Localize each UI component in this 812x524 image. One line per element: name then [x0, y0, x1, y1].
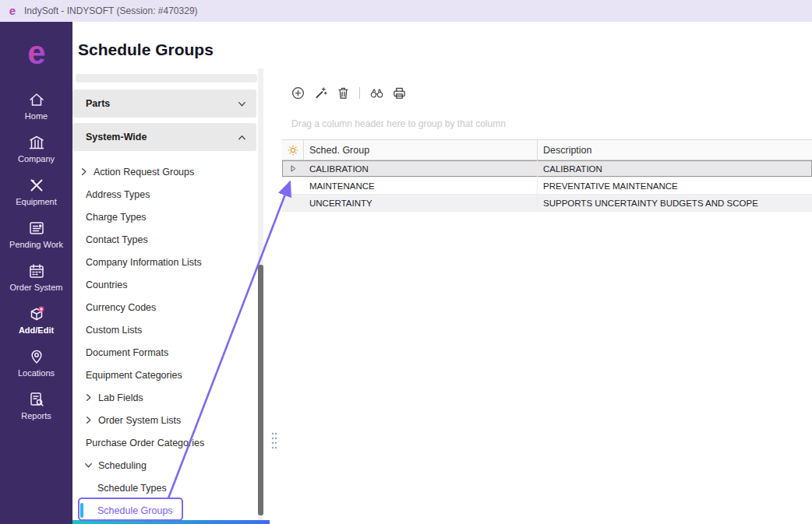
pending-work-icon — [28, 220, 45, 237]
page-title: Schedule Groups — [78, 40, 214, 59]
sidebar-item-pending-work[interactable]: Pending Work — [0, 213, 72, 255]
column-chooser-cell[interactable] — [282, 140, 304, 160]
nav-item-scheduling[interactable]: Scheduling — [72, 454, 256, 477]
sidebar-item-add-edit[interactable]: Add/Edit — [0, 298, 72, 341]
nav-item-purchase-order-categories[interactable]: Purchase Order Categories — [72, 431, 256, 454]
indysoft-logo: e — [0, 22, 72, 84]
cell-description: PREVENTATIVE MAINTENANCE — [538, 178, 812, 194]
nav-item-label: Schedule Groups — [97, 505, 173, 516]
table-row[interactable]: CALIBRATION CALIBRATION — [282, 160, 812, 178]
sidebar-item-reports[interactable]: Reports — [0, 384, 72, 427]
panel-splitter-handle[interactable] — [269, 430, 279, 450]
sidebar-item-label: Order System — [10, 283, 63, 292]
nav-section-label: Parts — [86, 98, 110, 109]
cell-sched-group: CALIBRATION — [304, 160, 538, 177]
sidebar-item-home[interactable]: Home — [0, 84, 72, 127]
column-header-sched-group[interactable]: Sched. Group — [304, 140, 538, 160]
nav-item-label: Schedule Types — [97, 483, 167, 494]
nav-item-action-request-groups[interactable]: Action Request Groups — [72, 160, 256, 183]
nav-item-custom-lists[interactable]: Custom Lists — [72, 318, 256, 341]
column-chooser-sun-icon — [288, 145, 298, 156]
nav-item-schedule-groups[interactable]: Schedule Groups — [72, 499, 256, 522]
nav-item-order-system-lists[interactable]: Order System Lists — [72, 409, 256, 431]
nav-scrollbar-thumb[interactable] — [258, 265, 263, 515]
svg-text:e: e — [27, 35, 45, 71]
nav-item-label: Equipment Categories — [86, 370, 182, 381]
grid-toolbar — [290, 85, 407, 100]
nav-item-lab-fields[interactable]: Lab Fields — [72, 386, 256, 409]
nav-item-label: Currency Codes — [86, 302, 156, 313]
nav-item-schedule-types[interactable]: Schedule Types — [72, 477, 256, 499]
sidebar-item-company[interactable]: Company — [0, 127, 72, 170]
window-titlebar: e IndySoft - INDYSOFT (Session: #470329) — [0, 0, 812, 22]
sidebar-item-label: Pending Work — [9, 241, 63, 249]
order-system-icon — [28, 262, 45, 280]
company-icon — [28, 134, 45, 151]
nav-section-system-wide[interactable]: System-Wide — [72, 123, 256, 151]
chevron-right-icon — [83, 415, 94, 425]
sidebar-item-label: Company — [18, 155, 55, 164]
chevron-down-icon — [83, 460, 94, 470]
cell-description: CALIBRATION — [538, 160, 812, 177]
nav-item-label: Custom Lists — [86, 325, 142, 336]
nav-item-label: Scheduling — [98, 460, 147, 471]
print-icon[interactable] — [391, 85, 407, 100]
nav-item-address-types[interactable]: Address Types — [72, 183, 256, 206]
chevron-right-icon — [79, 167, 89, 177]
nav-item-equipment-categories[interactable]: Equipment Categories — [72, 364, 256, 386]
window-title: IndySoft - INDYSOFT (Session: #470329) — [24, 5, 198, 16]
panel-bottom-accent — [72, 520, 270, 524]
cell-sched-group: MAINTENANCE — [304, 178, 538, 194]
svg-text:e: e — [9, 5, 16, 17]
nav-item-label: Contact Types — [86, 234, 148, 245]
settings-nav-panel: Parts System-Wide Action Request Groups … — [72, 69, 270, 524]
chevron-right-icon — [83, 392, 94, 403]
table-row[interactable]: MAINTENANCE PREVENTATIVE MAINTENANCE — [282, 178, 812, 195]
nav-item-countries[interactable]: Countries — [72, 273, 256, 296]
row-expander-cell[interactable] — [282, 178, 304, 194]
chevron-up-icon — [237, 132, 247, 142]
schedule-groups-grid: Sched. Group Description CALIBRATION CAL… — [282, 139, 812, 212]
equipment-icon — [28, 177, 45, 194]
add-record-icon[interactable] — [290, 85, 305, 100]
grid-header-row: Sched. Group Description — [282, 139, 812, 160]
add-edit-icon — [28, 305, 45, 322]
sidebar-item-label: Locations — [18, 369, 55, 378]
nav-item-company-information-lists[interactable]: Company Information Lists — [72, 251, 256, 273]
modify-record-icon[interactable] — [312, 85, 328, 100]
row-expander-cell[interactable] — [282, 195, 304, 211]
find-icon[interactable] — [369, 85, 384, 100]
home-icon — [28, 91, 45, 108]
sidebar-item-label: Home — [25, 112, 48, 121]
nav-item-label: Purchase Order Categories — [86, 438, 204, 448]
nav-item-label: Lab Fields — [98, 392, 143, 403]
nav-section-parts[interactable]: Parts — [72, 90, 256, 118]
nav-item-label: Company Information Lists — [86, 257, 202, 268]
table-row[interactable]: UNCERTAINTY SUPPORTS UNCERTAINTY BUDGETS… — [282, 195, 812, 212]
sidebar-item-order-system[interactable]: Order System — [0, 255, 72, 298]
sidebar-item-locations[interactable]: Locations — [0, 341, 72, 384]
sidebar-item-label: Equipment — [16, 198, 57, 206]
nav-item-label: Countries — [86, 280, 128, 290]
nav-items-list: Action Request Groups Address Types Char… — [72, 160, 256, 522]
nav-item-currency-codes[interactable]: Currency Codes — [72, 296, 256, 318]
locations-icon — [28, 348, 45, 365]
row-expander-cell[interactable] — [282, 160, 304, 177]
panel-top-partial-item — [76, 74, 257, 83]
nav-item-label: Address Types — [86, 189, 150, 200]
app-logo-icon: e — [6, 5, 19, 17]
row-expand-icon — [290, 164, 296, 173]
nav-item-charge-types[interactable]: Charge Types — [72, 206, 256, 228]
toolbar-separator — [359, 87, 360, 99]
chevron-down-icon — [237, 99, 247, 109]
nav-item-contact-types[interactable]: Contact Types — [72, 228, 256, 251]
sidebar-item-equipment[interactable]: Equipment — [0, 170, 72, 213]
nav-item-document-formats[interactable]: Document Formats — [72, 341, 256, 364]
cell-sched-group: UNCERTAINTY — [304, 195, 538, 211]
delete-record-icon[interactable] — [335, 85, 351, 100]
sidebar-item-label: Add/Edit — [19, 326, 54, 335]
cell-description: SUPPORTS UNCERTAINTY BUDGETS AND SCOPE — [538, 195, 812, 211]
drag-dots-icon — [270, 431, 278, 449]
column-header-description[interactable]: Description — [538, 140, 812, 160]
reports-icon — [28, 391, 45, 408]
